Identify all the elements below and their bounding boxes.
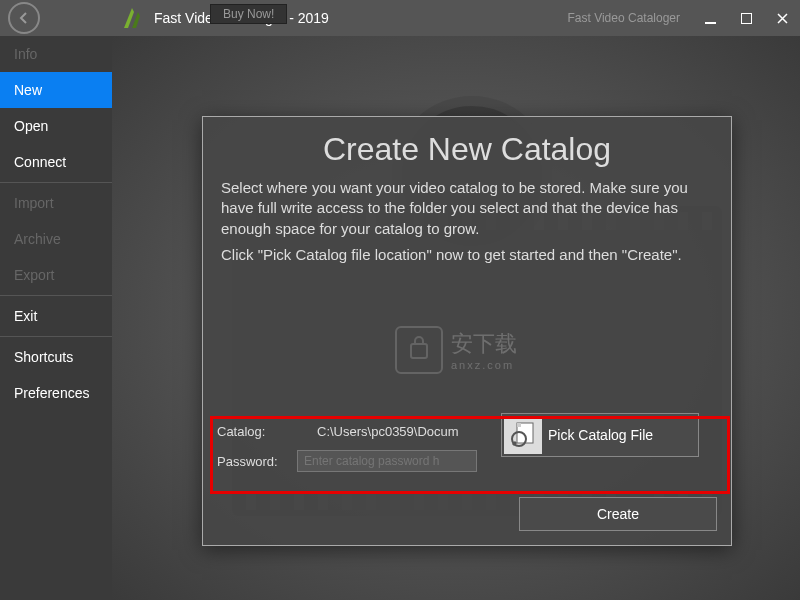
content-area: Create New Catalog Select where you want… (112, 36, 800, 600)
back-button[interactable] (8, 2, 40, 34)
password-label: Password: (217, 454, 297, 469)
sidebar-item-open[interactable]: Open (0, 108, 112, 144)
maximize-icon (741, 13, 752, 24)
minimize-button[interactable] (692, 0, 728, 36)
catalog-label: Catalog: (217, 424, 297, 439)
sidebar-item-new[interactable]: New (0, 72, 112, 108)
sidebar-separator (0, 336, 112, 337)
sidebar-item-exit[interactable]: Exit (0, 298, 112, 334)
back-arrow-icon (16, 10, 32, 26)
dialog-paragraph-2: Click "Pick Catalog file location" now t… (221, 245, 713, 265)
catalog-path-value: C:\Users\pc0359\Docum (317, 424, 459, 439)
create-button-label: Create (597, 506, 639, 522)
sidebar-item-export: Export (0, 257, 112, 293)
buy-now-button[interactable]: Buy Now! (210, 4, 287, 24)
titlebar: Fast Video Cataloger - 2019 Buy Now! Fas… (0, 0, 800, 36)
sidebar-item-connect[interactable]: Connect (0, 144, 112, 180)
main: Info New Open Connect Import Archive Exp… (0, 36, 800, 600)
sidebar: Info New Open Connect Import Archive Exp… (0, 36, 112, 600)
svg-rect-0 (705, 22, 716, 24)
sidebar-separator (0, 182, 112, 183)
title-right-text: Fast Video Cataloger (567, 11, 680, 25)
sidebar-item-import: Import (0, 185, 112, 221)
sidebar-item-info: Info (0, 36, 112, 72)
close-button[interactable] (764, 0, 800, 36)
sidebar-item-preferences[interactable]: Preferences (0, 375, 112, 411)
close-icon (777, 13, 788, 24)
sidebar-item-shortcuts[interactable]: Shortcuts (0, 339, 112, 375)
magnifier-document-icon (504, 416, 542, 454)
create-button[interactable]: Create (519, 497, 717, 531)
sidebar-item-archive: Archive (0, 221, 112, 257)
sidebar-separator (0, 295, 112, 296)
pick-catalog-file-button[interactable]: Pick Catalog File (501, 413, 699, 457)
app-logo-icon (120, 6, 144, 30)
svg-rect-1 (741, 13, 751, 23)
pick-button-label: Pick Catalog File (548, 427, 653, 443)
minimize-icon (705, 13, 716, 24)
password-input[interactable] (297, 450, 477, 472)
maximize-button[interactable] (728, 0, 764, 36)
svg-line-4 (513, 442, 516, 445)
dialog-title: Create New Catalog (221, 131, 713, 168)
dialog-paragraph-1: Select where you want your video catalog… (221, 178, 713, 239)
create-catalog-dialog: Create New Catalog Select where you want… (202, 116, 732, 546)
